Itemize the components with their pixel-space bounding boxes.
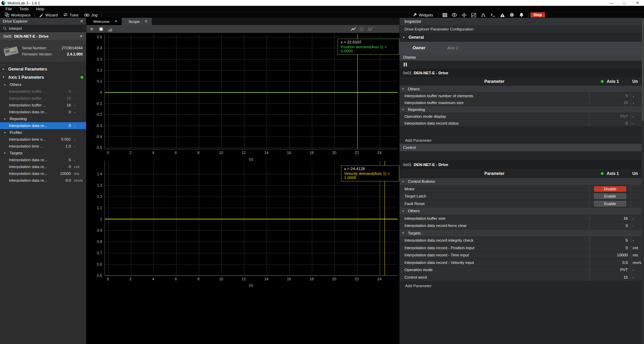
- y-tick-label: 1.1: [86, 206, 102, 210]
- parameter-row[interactable]: Interpolation data record - Position inp…: [400, 244, 644, 252]
- table-button[interactable]: [440, 12, 449, 18]
- tree-item[interactable]: Interpolation data re...10000ms: [0, 170, 86, 177]
- eraser-button[interactable]: [106, 25, 114, 33]
- parameter-label: Interpolation time e...: [9, 137, 53, 141]
- toolbar-workspace-button[interactable]: Workspace: [2, 12, 33, 18]
- widgets-label: Widgets: [419, 13, 433, 17]
- eye-button[interactable]: [450, 12, 459, 18]
- x-grid-line: [154, 34, 154, 149]
- y-grid-line: [105, 59, 398, 60]
- chart-button[interactable]: [469, 12, 478, 18]
- disable-button[interactable]: Disable: [594, 186, 626, 192]
- device-selector[interactable]: 0x01 DEN-NET-E - Drive ▼: [0, 32, 86, 40]
- menu-file[interactable]: File: [2, 7, 15, 11]
- table-icon: [442, 13, 447, 17]
- table-section-reporting[interactable]: ▾Reporting: [400, 106, 644, 113]
- parameter-row[interactable]: Target LatchEnable: [400, 193, 644, 200]
- tree-group-general-parameters[interactable]: ▸General Parameters: [0, 65, 86, 73]
- chevron-down-icon: ▼: [80, 35, 83, 38]
- x-tick-label: 4: [148, 277, 158, 281]
- bell-button[interactable]: [517, 12, 526, 18]
- widgets-button[interactable]: Widgets: [410, 12, 436, 18]
- tree-section-others[interactable]: ▾Others: [0, 81, 86, 88]
- toolbar-jog-button[interactable]: Jog: [81, 12, 100, 18]
- y-tick-label: 0.9: [86, 228, 102, 232]
- tree-item[interactable]: Interpolation time e...0.001-: [0, 136, 86, 143]
- tree-item[interactable]: Interpolation data re...0-: [0, 122, 86, 129]
- parameter-row[interactable]: MotorDisable: [400, 186, 644, 193]
- parameter-row[interactable]: Interpolation buffer maximum size16-: [400, 99, 644, 106]
- tree-item[interactable]: Interpolation data re...0cnt: [0, 163, 86, 170]
- tree-item[interactable]: Interpolation buffer ...0-: [0, 88, 86, 95]
- parameter-row[interactable]: Interpolation data record status8-: [400, 120, 644, 127]
- x-grid-line: [131, 34, 131, 149]
- tree-section-targets[interactable]: ▾Targets: [0, 150, 86, 156]
- parameter-row[interactable]: Interpolation data record integrity chec…: [400, 237, 644, 244]
- tree-item[interactable]: Interpolation data re...0.0rev/s: [0, 177, 86, 184]
- scrollbar-thumb[interactable]: [642, 18, 644, 121]
- tree-item[interactable]: Interpolation data re...5-: [0, 156, 86, 163]
- search-input[interactable]: [9, 26, 74, 30]
- move-button[interactable]: [460, 12, 469, 18]
- close-icon[interactable]: ✕: [80, 19, 83, 24]
- scrollbar[interactable]: [642, 18, 644, 344]
- tree-section-profiler[interactable]: ▾Profiler: [0, 129, 86, 136]
- parameter-row[interactable]: Interpolation data record force clear0-: [400, 222, 644, 230]
- general-section-header[interactable]: ▾ General: [400, 33, 644, 42]
- wave-line-button[interactable]: [351, 27, 356, 31]
- device-name: DEN-NET-E - Drive: [14, 34, 49, 38]
- play-button[interactable]: [88, 25, 96, 33]
- pulse-button[interactable]: [479, 12, 488, 18]
- table-section-others[interactable]: ▾Others: [400, 86, 644, 92]
- table-section-targets[interactable]: ▾Targets: [400, 230, 644, 237]
- maximize-button[interactable]: □: [618, 0, 631, 6]
- tree-group-axis-1-parameters[interactable]: ▾Axis 1 Parameters: [0, 73, 86, 81]
- tree-section-reporting[interactable]: ▾Reporting: [0, 115, 86, 122]
- menu-tools[interactable]: Tools: [16, 7, 32, 11]
- minimize-button[interactable]: ―: [605, 0, 618, 6]
- owner-value[interactable]: Axis 1: [447, 46, 458, 50]
- tab-welcome[interactable]: Welcome✕: [86, 18, 122, 25]
- close-icon[interactable]: ✕: [114, 19, 118, 24]
- x-tick-label: 20: [329, 277, 339, 281]
- toolbar-tune-button[interactable]: Tune: [60, 12, 81, 18]
- menu-help[interactable]: Help: [33, 7, 48, 11]
- parameter-row[interactable]: Interpolation data record - Time input10…: [400, 252, 644, 259]
- stop-square-button[interactable]: [97, 25, 105, 33]
- table-section-control-buttons[interactable]: ▾Control Buttons: [400, 178, 644, 186]
- table-section-others[interactable]: ▾Others: [400, 207, 644, 215]
- close-button[interactable]: ✕: [631, 0, 644, 6]
- pause-icon[interactable]: [404, 63, 407, 66]
- y-tick-label: -0.1: [86, 101, 102, 105]
- wave-smooth-off-button[interactable]: [368, 27, 373, 31]
- add-parameter-button[interactable]: Add Parameter: [400, 283, 644, 289]
- y-tick-label: 1.3: [86, 183, 102, 187]
- parameter-row[interactable]: Interpolation buffer number of elements5…: [400, 92, 644, 99]
- parameter-row[interactable]: Fault ResetEnable: [400, 200, 644, 208]
- wave-smooth-icon: [359, 27, 365, 31]
- stop-button[interactable]: Stop: [531, 12, 545, 17]
- toolbar-wizard-button[interactable]: Wizard: [36, 12, 60, 18]
- gear-button[interactable]: [508, 12, 517, 18]
- add-parameter-button[interactable]: Add Parameter: [400, 137, 644, 144]
- parameter-row[interactable]: Operation mode displayPVT-: [400, 113, 644, 120]
- control-parameter-table: 0x01DEN-NET-E - DriveParameterAxis 1Un▾C…: [400, 160, 644, 281]
- wave-smooth-button[interactable]: [359, 27, 365, 31]
- warning-button[interactable]: [498, 12, 507, 18]
- enable-button[interactable]: Enable: [594, 193, 626, 199]
- tab-scope[interactable]: Scope✕: [122, 18, 152, 25]
- parameter-row[interactable]: Operation modePVT-: [400, 266, 644, 274]
- toolbar-separator: [35, 13, 35, 17]
- window-controls: ― □ ✕: [605, 0, 644, 6]
- parameter-row[interactable]: Interpolation buffer size16-: [400, 215, 644, 222]
- parameter-unit: -: [71, 124, 83, 128]
- parameter-row[interactable]: Interpolation data record - Velocity inp…: [400, 259, 644, 267]
- tree-item[interactable]: Interpolation data re...0-: [0, 109, 86, 115]
- close-icon[interactable]: ✕: [145, 19, 148, 24]
- tree-item[interactable]: Interpolation time ...1.0-: [0, 143, 86, 150]
- enable-button[interactable]: Enable: [594, 201, 626, 206]
- tree-item[interactable]: Interpolation buffer ...16-: [0, 95, 86, 102]
- tree-item[interactable]: Interpolation buffer ...16-: [0, 102, 86, 109]
- parameter-row[interactable]: Control word15-: [400, 274, 644, 281]
- terminal-button[interactable]: [488, 12, 497, 18]
